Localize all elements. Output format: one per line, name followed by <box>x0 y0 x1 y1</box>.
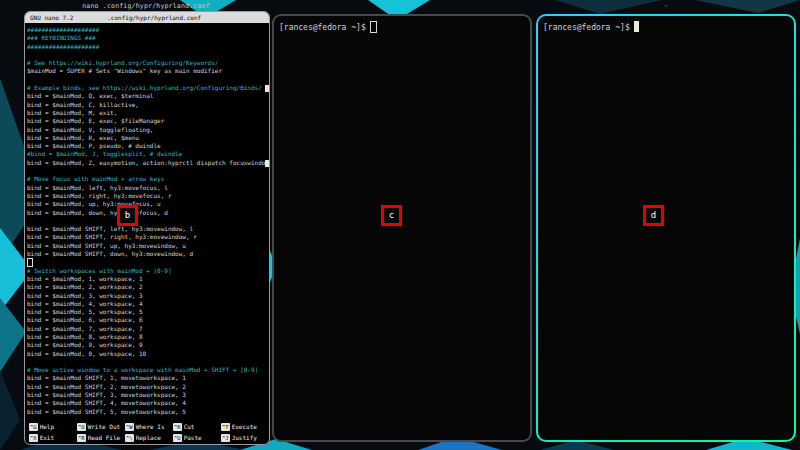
nano-line: # Switch workspaces with mainMod + [0-9] <box>27 267 269 275</box>
nano-line: #################### <box>27 26 269 34</box>
nano-line: bind = $mainMod, right, hy3:movefocus, r <box>27 192 269 200</box>
nano-line: bind = $mainMod SHIFT, 5, movetoworkspac… <box>27 408 269 416</box>
nano-shortcut: ^RRead File <box>77 433 125 443</box>
nano-header-bar: GNU nano 7.2 .config/hypr/hyprland.conf <box>25 12 269 23</box>
nano-line: bind = $mainMod, M, exit, <box>27 109 269 117</box>
shortcut-key: ^J <box>221 434 230 442</box>
nano-line: bind = $mainMod SHIFT, down, hy3:movewin… <box>27 250 269 258</box>
desktop: nano .config/hypr/hyprland.conf ~ GNU na… <box>0 0 800 450</box>
nano-line <box>27 167 269 175</box>
window-hint-b[interactable]: b <box>117 205 138 226</box>
nano-line <box>27 358 269 366</box>
nano-line: bind = $mainMod, V, togglefloating, <box>27 126 269 134</box>
nano-header-spacer <box>235 12 269 23</box>
nano-line: bind = $mainMod, C, killactive, <box>27 101 269 109</box>
shortcut-key: ^R <box>77 434 86 442</box>
nano-line: bind = $mainMod, 5, workspace, 5 <box>27 308 269 316</box>
nano-window-title: nano .config/hypr/hyprland.conf <box>24 2 268 11</box>
nano-version: GNU nano 7.2 <box>30 12 73 23</box>
nano-line: # Move focus with mainMod + arrow keys <box>27 175 269 183</box>
text-cursor-solid <box>634 21 639 32</box>
prompt-line: [rances@fedora ~]$ <box>538 16 794 33</box>
middle-terminal-window[interactable]: [rances@fedora ~]$ <box>272 14 532 442</box>
nano-shortcut: ^GHelp <box>29 422 77 432</box>
nano-line: bind = $mainMod, E, exec, $fileManager <box>27 117 269 125</box>
shortcut-label: Paste <box>184 434 202 441</box>
shortcut-label: Replace <box>136 434 161 441</box>
nano-line <box>27 217 269 225</box>
nano-window[interactable]: GNU nano 7.2 .config/hypr/hyprland.conf … <box>24 11 270 445</box>
nano-line: bind = $mainMod SHIFT, 1, movetoworkspac… <box>27 374 269 382</box>
nano-shortcut: ^XExit <box>29 433 77 443</box>
nano-line: bind = $mainMod, 4, workspace, 4 <box>27 300 269 308</box>
nano-shortcut: ^KCut <box>173 422 221 432</box>
shortcut-label: Exit <box>40 434 54 441</box>
shell-prompt: [rances@fedora ~]$ <box>279 23 366 32</box>
nano-line: bind = $mainMod, 8, workspace, 8 <box>27 333 269 341</box>
right-terminal-window[interactable]: [rances@fedora ~]$ <box>538 16 794 440</box>
shortcut-key: ^X <box>29 434 38 442</box>
window-hint-c[interactable]: c <box>381 205 402 226</box>
nano-shortcut: ^\Replace <box>125 433 173 443</box>
nano-line: bind = $mainMod, P, pseudo, # dwindle <box>27 142 269 150</box>
nano-line: bind = $mainMod SHIFT, 2, movetoworkspac… <box>27 383 269 391</box>
text-cursor-hollow <box>370 21 377 33</box>
nano-shortcut: ^OWrite Out <box>77 422 125 432</box>
nano-line: bind = $mainMod SHIFT, left, hy3:movewin… <box>27 225 269 233</box>
nano-shortcut: ^JJustify <box>221 433 269 443</box>
nano-line: bind = $mainMod SHIFT, 3, movetoworkspac… <box>27 391 269 399</box>
shortcut-key: ^O <box>77 423 86 431</box>
shortcut-key: ^T <box>221 423 230 431</box>
nano-line: bind = $mainMod, 1, workspace, 1 <box>27 275 269 283</box>
shortcut-label: Execute <box>232 423 257 430</box>
nano-editor-body[interactable]: ####################### KEYBINDINGS ####… <box>25 23 269 421</box>
right-terminal-border: [rances@fedora ~]$ <box>536 14 796 442</box>
nano-shortcut: ^WWhere Is <box>125 422 173 432</box>
nano-shortcut: ^TExecute <box>221 422 269 432</box>
nano-line: bind = $mainMod, R, exec, $menu <box>27 134 269 142</box>
shortcut-label: Cut <box>184 423 195 430</box>
nano-line <box>27 258 269 266</box>
nano-line: bind = $mainMod SHIFT, up, hy3:movewindo… <box>27 242 269 250</box>
nano-line: bind = $mainMod, Q, exec, $terminal <box>27 92 269 100</box>
nano-line: bind = $mainMod SHIFT, right, hy3:movewi… <box>27 233 269 241</box>
shortcut-key: ^U <box>173 434 182 442</box>
nano-line: bind = $mainMod, Z, easymotion, action:h… <box>27 159 269 167</box>
line-overflow-marker <box>265 85 269 92</box>
shortcut-label: Justify <box>232 434 257 441</box>
nano-line: bind = $mainMod, 6, workspace, 6 <box>27 316 269 324</box>
shortcut-key: ^W <box>125 423 134 431</box>
shortcut-label: Write Out <box>88 423 121 430</box>
nano-line <box>27 51 269 59</box>
nano-line: # See https://wiki.hyprland.org/Configur… <box>27 59 269 67</box>
shortcut-label: Where Is <box>136 423 165 430</box>
nano-line: bind = $mainMod, 9, workspace, 9 <box>27 341 269 349</box>
shortcut-key: ^\ <box>125 434 134 442</box>
nano-line: ### KEYBINDINGS ### <box>27 34 269 42</box>
nano-line: bind = $mainMod, 7, workspace, 7 <box>27 325 269 333</box>
nano-filename: .config/hypr/hyprland.conf <box>73 12 235 23</box>
line-overflow-marker <box>265 160 269 167</box>
nano-line: bind = $mainMod, up, hy3:movefocus, u <box>27 200 269 208</box>
nano-shortcut: ^UPaste <box>173 433 221 443</box>
shell-prompt: [rances@fedora ~]$ <box>543 23 630 32</box>
nano-line: bind = $mainMod, 3, workspace, 3 <box>27 292 269 300</box>
shortcut-label: Read File <box>88 434 121 441</box>
nano-line: bind = $mainMod, down, hy3:movefocus, d <box>27 209 269 217</box>
nano-line: bind = $mainMod SHIFT, 4, movetoworkspac… <box>27 399 269 407</box>
nano-line: $mainMod = SUPER # Sets "Windows" key as… <box>27 67 269 75</box>
shortcut-key: ^G <box>29 423 38 431</box>
nano-cursor <box>27 258 33 266</box>
nano-line <box>27 76 269 84</box>
nano-shortcut-bar: ^GHelp^XExit^OWrite Out^RRead File^WWher… <box>25 421 269 444</box>
nano-line: #################### <box>27 43 269 51</box>
nano-line: #bind = $mainMod, J, togglesplit, # dwin… <box>27 150 269 158</box>
shortcut-key: ^K <box>173 423 182 431</box>
shortcut-label: Help <box>40 423 54 430</box>
nano-line: # Example binds, see https://wiki.hyprla… <box>27 84 269 92</box>
nano-line: bind = $mainMod, 0, workspace, 10 <box>27 350 269 358</box>
nano-line: bind = $mainMod, left, hy3:movefocus, l <box>27 184 269 192</box>
nano-line: # Move active window to a workspace with… <box>27 366 269 374</box>
nano-line: bind = $mainMod, 2, workspace, 2 <box>27 283 269 291</box>
window-hint-d[interactable]: d <box>643 205 664 226</box>
